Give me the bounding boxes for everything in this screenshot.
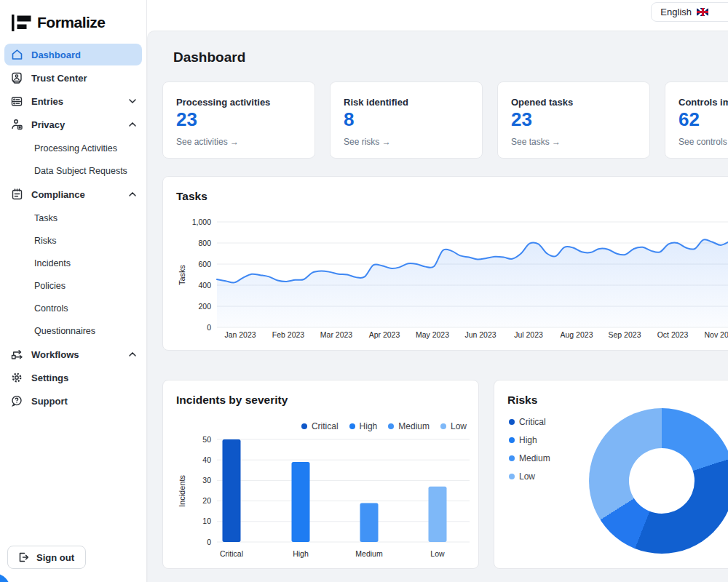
sidebar-subitem-tasks[interactable]: Tasks (0, 207, 146, 229)
legend-dot (440, 423, 446, 429)
svg-text:Aug 2023: Aug 2023 (561, 330, 593, 339)
svg-text:0: 0 (207, 323, 211, 332)
svg-text:Apr 2023: Apr 2023 (369, 330, 400, 339)
sidebar-item-label: Workflows (31, 349, 121, 360)
sidebar-item-dashboard[interactable]: Dashboard (4, 44, 142, 65)
svg-text:400: 400 (198, 281, 211, 290)
risks-chart-card: Risks Critical High Medium Low (494, 380, 728, 569)
legend-item-high: High (349, 421, 378, 431)
language-label: English (660, 7, 692, 17)
brand-name: Formalize (37, 14, 106, 31)
chevron-up-icon (129, 192, 136, 196)
user-gear-icon (10, 119, 23, 130)
bottom-charts-row: Incidents by severity Critical High Medi… (162, 380, 728, 569)
see-controls-link[interactable]: See controls → (678, 137, 728, 147)
chat-widget-button[interactable] (0, 573, 10, 582)
entries-icon (10, 96, 23, 107)
svg-text:Tasks: Tasks (178, 264, 186, 285)
svg-text:0: 0 (207, 538, 211, 546)
legend-item-low: Low (509, 471, 550, 482)
svg-text:Incidents: Incidents (178, 474, 186, 507)
legend-item-critical: Critical (509, 417, 550, 427)
svg-text:High: High (293, 549, 309, 558)
sidebar-nav: Dashboard Trust Center Entries Privacy (0, 44, 146, 412)
language-selector[interactable]: English (651, 2, 728, 22)
sidebar-item-label: Settings (31, 372, 136, 383)
workflow-icon (10, 349, 23, 360)
risks-chart-title: Risks (507, 394, 728, 407)
svg-text:Nov 2023: Nov 2023 (705, 330, 728, 339)
sign-out-button[interactable]: Sign out (7, 546, 86, 569)
sidebar-item-compliance[interactable]: Compliance (4, 183, 142, 205)
stat-value: 23 (176, 109, 301, 130)
svg-text:30: 30 (202, 476, 211, 485)
stat-value: 8 (344, 109, 469, 130)
legend-item-low: Low (440, 421, 467, 431)
sidebar-item-label: Privacy (31, 119, 121, 130)
sidebar-item-entries[interactable]: Entries (4, 90, 142, 112)
sidebar-subitem-data-subject-requests[interactable]: Data Subject Requests (0, 159, 146, 182)
sidebar-item-label: Entries (31, 96, 121, 107)
tasks-chart-card: Tasks 02004006008001,000Jan 2023Feb 2023… (162, 176, 728, 351)
legend-dot (509, 474, 515, 479)
sidebar-subitem-policies[interactable]: Policies (0, 274, 146, 297)
see-risks-link[interactable]: See risks → (344, 137, 469, 147)
legend-dot (509, 437, 515, 443)
top-bar: English (147, 0, 728, 31)
svg-text:Jul 2023: Jul 2023 (514, 330, 543, 339)
svg-text:Sep 2023: Sep 2023 (609, 330, 641, 339)
sidebar-subitem-incidents[interactable]: Incidents (0, 252, 146, 274)
svg-text:10: 10 (202, 517, 211, 525)
stat-cards-row: Processing activities 23 See activities … (162, 81, 728, 159)
stat-value: 62 (678, 109, 728, 130)
sidebar-item-support[interactable]: Support (4, 390, 142, 412)
stat-card-processing-activities: Processing activities 23 See activities … (162, 81, 315, 159)
help-icon (10, 395, 23, 407)
stat-card-controls-implemented: Controls implemented 62 See controls → (665, 81, 728, 159)
stat-card-risk-identified: Risk identified 8 See risks → (330, 81, 483, 159)
svg-text:Oct 2023: Oct 2023 (657, 330, 689, 339)
incidents-chart-title: Incidents by severity (176, 394, 465, 407)
stat-card-opened-tasks: Opened tasks 23 See tasks → (497, 81, 650, 159)
sidebar-item-label: Trust Center (31, 73, 136, 84)
risks-donut-chart (589, 408, 728, 554)
svg-text:May 2023: May 2023 (416, 330, 449, 339)
svg-text:1,000: 1,000 (192, 218, 211, 226)
sidebar-item-label: Dashboard (31, 49, 136, 60)
sidebar-item-trust-center[interactable]: Trust Center (4, 67, 142, 89)
chevron-up-icon (129, 122, 136, 127)
legend-dot (349, 423, 355, 429)
sidebar-subitem-risks[interactable]: Risks (0, 229, 146, 252)
sidebar-item-privacy[interactable]: Privacy (4, 113, 142, 135)
sidebar-subitem-questionnaires[interactable]: Questionnaires (0, 319, 146, 342)
page-title: Dashboard (173, 49, 728, 65)
stat-value: 23 (511, 109, 636, 130)
see-tasks-link[interactable]: See tasks → (511, 137, 636, 147)
svg-text:600: 600 (198, 260, 211, 268)
legend-item-medium: Medium (388, 421, 430, 431)
sidebar-item-settings[interactable]: Settings (4, 367, 142, 388)
svg-text:Critical: Critical (220, 549, 243, 558)
svg-text:Feb 2023: Feb 2023 (272, 330, 305, 339)
legend-dot (301, 423, 307, 429)
sidebar-item-label: Compliance (31, 189, 121, 200)
sidebar-subitem-processing-activities[interactable]: Processing Activities (0, 137, 146, 159)
svg-text:Low: Low (430, 549, 445, 558)
badge-user-icon (10, 72, 23, 84)
chevron-up-icon (129, 352, 136, 356)
main-content: Dashboard Processing activities 23 See a… (147, 31, 728, 582)
sidebar-subitem-controls[interactable]: Controls (0, 297, 146, 319)
sidebar-item-workflows[interactable]: Workflows (4, 343, 142, 365)
legend-dot (509, 419, 515, 425)
uk-flag-icon (697, 8, 708, 16)
see-activities-link[interactable]: See activities → (176, 137, 301, 147)
svg-text:40: 40 (202, 455, 211, 464)
svg-text:20: 20 (202, 496, 211, 505)
legend-item-critical: Critical (301, 421, 339, 431)
risks-legend: Critical High Medium Low (509, 417, 550, 482)
sidebar-item-label: Support (31, 396, 136, 407)
svg-text:Medium: Medium (355, 549, 383, 558)
tasks-chart-title: Tasks (176, 190, 728, 203)
svg-text:800: 800 (198, 239, 211, 247)
legend-item-high: High (509, 435, 550, 445)
